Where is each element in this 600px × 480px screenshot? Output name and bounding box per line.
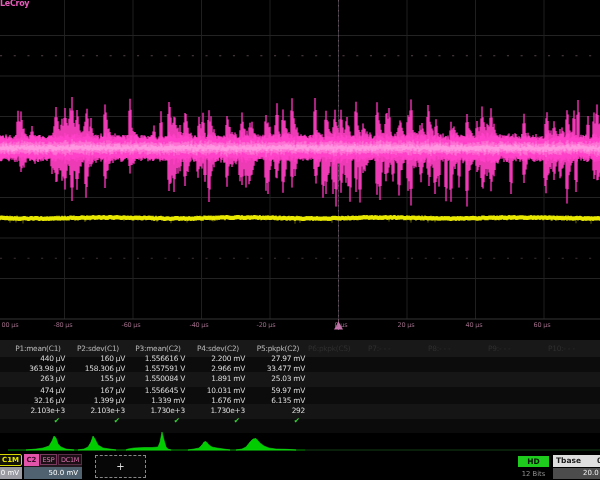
timebase-scale-label: 20.0 µs — [553, 468, 600, 479]
hd-mode-badge[interactable]: HD — [518, 456, 549, 467]
param-value: 363.98 µV — [6, 364, 65, 373]
param-value: 292 — [246, 406, 305, 415]
param-value: 1.730e+3 — [186, 406, 245, 415]
param-header-3[interactable]: P3:mean(C2) — [128, 344, 188, 353]
param-value: 32.16 µV — [6, 396, 65, 405]
param-value: 10.031 mV — [186, 386, 245, 395]
time-axis-label: 40 µs — [452, 321, 496, 329]
param-value: 155 µV — [66, 374, 125, 383]
param-header-1[interactable]: P1:mean(C1) — [8, 344, 68, 353]
time-axis-label: 00 µs — [0, 321, 32, 329]
param-value: 1.399 µV — [66, 396, 125, 405]
param-header-9[interactable]: P9:- - - — [488, 344, 552, 353]
time-axis-label: -40 µs — [177, 321, 221, 329]
channel1-descriptor-box[interactable]: C1M 0 mV — [0, 454, 22, 479]
param-value: 1.676 mV — [186, 396, 245, 405]
channel1-scale-label: 0 mV — [0, 467, 22, 479]
add-trace-box[interactable]: + — [95, 455, 146, 478]
time-axis-label: -20 µs — [244, 321, 288, 329]
param-value: 158.306 µV — [66, 364, 125, 373]
param-value: 167 µV — [66, 386, 125, 395]
timebase-descriptor-box[interactable]: Tbase 0 20.0 µs — [553, 455, 600, 479]
param-status-check: ✔ — [290, 416, 304, 425]
brand-label: LeCroy — [0, 0, 29, 8]
channel2-mode-label: ESP — [40, 454, 57, 465]
param-value: 160 µV — [66, 354, 125, 363]
param-value: 2.103e+3 — [66, 406, 125, 415]
param-status-check: ✔ — [170, 416, 184, 425]
time-axis-label: -80 µs — [41, 321, 85, 329]
channel1-coupling-label: C1M — [0, 454, 22, 466]
param-value: 33.477 mV — [246, 364, 305, 373]
param-value: 1.730e+3 — [126, 406, 185, 415]
param-header-8[interactable]: P8:- - - — [428, 344, 492, 353]
param-header-4[interactable]: P4:sdev(C2) — [188, 344, 248, 353]
param-header-6[interactable]: P6:pkpk(C5) — [308, 344, 372, 353]
param-status-check: ✔ — [230, 416, 244, 425]
param-header-7[interactable]: P7:- - - — [368, 344, 432, 353]
param-header-2[interactable]: P2:sdev(C1) — [68, 344, 128, 353]
timebase-title: Tbase — [553, 455, 600, 467]
param-value: 1.556616 V — [126, 354, 185, 363]
channel2-tag: C2 — [24, 454, 39, 466]
oscilloscope-screen: LeCroy 00 µs-80 µs-60 µs-40 µs-20 µs0 µs… — [0, 0, 600, 480]
param-status-check: ✔ — [50, 416, 64, 425]
param-value: 2.103e+3 — [6, 406, 65, 415]
param-value: 6.135 mV — [246, 396, 305, 405]
param-value: 474 µV — [6, 386, 65, 395]
param-value: 440 µV — [6, 354, 65, 363]
param-value: 25.03 mV — [246, 374, 305, 383]
param-value: 2.200 mV — [186, 354, 245, 363]
param-header-10[interactable]: P10:- - - — [548, 344, 600, 353]
param-value: 1.550084 V — [126, 374, 185, 383]
channel2-coupling-label: DC1M — [58, 454, 82, 465]
time-axis-label: -60 µs — [109, 321, 153, 329]
channel2-scale-label: 50.0 mV — [24, 467, 82, 479]
param-value: 2.966 mV — [186, 364, 245, 373]
time-axis-label: 60 µs — [520, 321, 564, 329]
param-value: 263 µV — [6, 374, 65, 383]
param-value: 1.556645 V — [126, 386, 185, 395]
hd-bits-label: 12 Bits — [518, 469, 549, 479]
param-value: 1.891 mV — [186, 374, 245, 383]
plus-icon: + — [96, 456, 145, 477]
param-value: 27.97 mV — [246, 354, 305, 363]
time-axis-label: 20 µs — [384, 321, 428, 329]
param-value: 1.339 mV — [126, 396, 185, 405]
param-value: 1.557591 V — [126, 364, 185, 373]
param-header-5[interactable]: P5:pkpk(C2) — [248, 344, 308, 353]
time-axis-label: 0 µs — [319, 321, 363, 329]
channel2-descriptor-box[interactable]: C2 ESP DC1M 50.0 mV — [24, 454, 82, 479]
param-status-check: ✔ — [110, 416, 124, 425]
param-value: 59.97 mV — [246, 386, 305, 395]
